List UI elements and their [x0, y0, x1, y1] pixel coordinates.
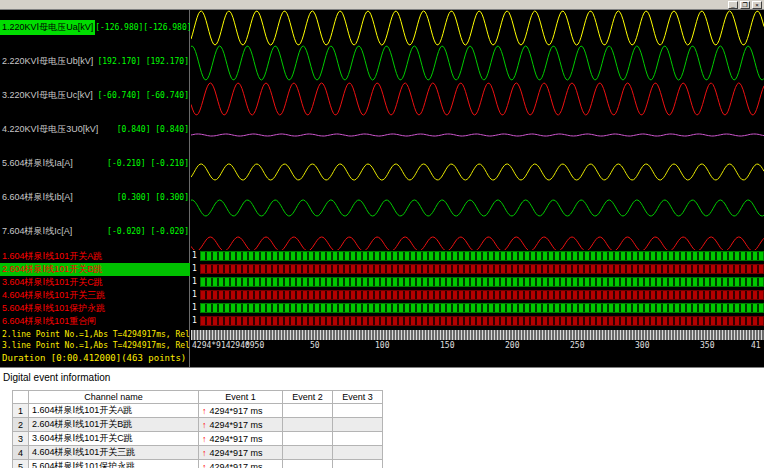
event3-cell [333, 404, 383, 418]
analog-channel-label: 3.220KVⅠ母电压Uc[kV] [0, 88, 95, 103]
time-axis-tick-label: 100 [375, 341, 389, 350]
event-channel-name: 4.604栟泉Ⅰ线101开关三跳 [29, 446, 199, 460]
rising-edge-arrow-icon: ↑ [202, 434, 207, 444]
event1-cell: ↑4294*917 ms [199, 418, 283, 432]
analog-channel-row[interactable]: 1.220KVⅠ母电压Ua[kV][-126.980][-126.980] [0, 10, 190, 44]
time-axis-tick-label: 200 [505, 341, 519, 350]
digital-state-marker: 1 [192, 303, 197, 312]
digital-state-bar [200, 290, 764, 300]
digital-channel-label[interactable]: 3.604栟泉Ⅰ线101开关C跳 [0, 276, 190, 289]
analog-channel-row[interactable]: 7.604栟泉Ⅰ线Ic[A][-0.020] [-0.020] [0, 214, 190, 248]
rising-edge-arrow-icon: ↑ [202, 406, 207, 416]
event-row-number: 5 [13, 460, 29, 468]
waveform-trace-2 [191, 46, 764, 80]
analog-channel-label: 6.604栟泉Ⅰ线Ib[A] [0, 190, 75, 205]
event3-header: Event 3 [333, 391, 383, 404]
digital-channel-label[interactable]: 6.604栟泉Ⅰ线101重合闸 [0, 315, 190, 328]
digital-state-bar [200, 264, 764, 274]
analog-channel-label: 4.220KVⅠ母电压3U0[kV] [0, 122, 100, 137]
analog-channel-row[interactable]: 2.220KVⅠ母电压Ub[kV][192.170] [192.170] [0, 44, 190, 78]
rising-edge-arrow-icon: ↑ [202, 420, 207, 430]
rising-edge-arrow-icon: ↑ [202, 462, 207, 468]
minimize-button[interactable]: _ [728, 1, 738, 9]
event-table-row[interactable]: 55.604栟泉Ⅰ线101保护永跳↑4294*917 ms [13, 460, 383, 468]
event1-cell: ↑4294*917 ms [199, 446, 283, 460]
digital-channel-label[interactable]: 4.604栟泉Ⅰ线101开关三跳 [0, 289, 190, 302]
event-table-row[interactable]: 22.604栟泉Ⅰ线101开关B跳↑4294*917 ms [13, 418, 383, 432]
digital-state-row: 1 [191, 250, 764, 262]
digital-channel-label[interactable]: 1.604栟泉Ⅰ线101开关A跳 [0, 250, 190, 263]
waveform-workspace: 1.220KVⅠ母电压Ua[kV][-126.980][-126.980]2.2… [0, 10, 764, 367]
digital-event-table: Channel name Event 1 Event 2 Event 3 11.… [12, 390, 383, 468]
event2-cell [283, 446, 333, 460]
event3-cell [333, 460, 383, 468]
digital-state-row: 1 [191, 289, 764, 301]
event-row-number: 1 [13, 404, 29, 418]
event3-cell [333, 446, 383, 460]
event-row-number: 4 [13, 446, 29, 460]
rising-edge-arrow-icon: ↑ [202, 448, 207, 458]
digital-state-row: 1 [191, 276, 764, 288]
event2-cell [283, 404, 333, 418]
analog-channel-cursor-values: [192.170] [192.170] [97, 57, 190, 66]
event1-cell: ↑4294*917 ms [199, 432, 283, 446]
analog-channel-cursor-values: [-126.980][-126.980] [95, 23, 190, 32]
event-row-number: 2 [13, 418, 29, 432]
time-axis-tick-label: 350 [700, 341, 714, 350]
analog-channel-label: 1.220KVⅠ母电压Ua[kV] [0, 20, 95, 35]
waveform-trace-7 [191, 237, 764, 250]
waveform-trace-6 [191, 200, 764, 216]
digital-channel-label[interactable]: 2.604栟泉Ⅰ线101开关B跳 [0, 263, 190, 276]
digital-state-bar [200, 316, 764, 326]
analog-channel-cursor-values: [0.300] [0.300] [117, 193, 190, 202]
event-table-header: Channel name Event 1 Event 2 Event 3 [13, 391, 383, 404]
waveform-trace-4 [191, 134, 764, 136]
event2-cell [283, 432, 333, 446]
waveform-trace-5 [191, 164, 764, 180]
restore-button[interactable]: ❐ [740, 1, 750, 9]
waveform-plot-area[interactable]: 111111 4294*914294*950050100150200250300… [191, 10, 764, 367]
digital-state-marker: 1 [192, 251, 197, 260]
analog-channel-row[interactable]: 6.604栟泉Ⅰ线Ib[A][0.300] [0.300] [0, 180, 190, 214]
time-axis-tick-label: 0 [245, 341, 250, 350]
analog-channel-row[interactable]: 3.220KVⅠ母电压Uc[kV][-60.740] [-60.740] [0, 78, 190, 112]
time-axis-tick-label: 41 [751, 341, 761, 350]
titlebar: _ ❐ × [0, 0, 764, 10]
event1-time: 4294*917 ms [210, 420, 263, 430]
corner-header [13, 391, 29, 404]
time-axis-labels: 4294*914294*95005010015020025030035041 [191, 341, 764, 352]
analog-waveforms [191, 10, 764, 250]
analog-channel-row[interactable]: 4.220KVⅠ母电压3U0[kV][0.840] [0.840] [0, 112, 190, 146]
digital-state-marker: 1 [192, 290, 197, 299]
digital-state-row: 1 [191, 263, 764, 275]
event1-time: 4294*917 ms [210, 406, 263, 416]
time-axis-tick-label: 150 [440, 341, 454, 350]
time-axis-tick-label: 250 [570, 341, 584, 350]
close-button[interactable]: × [752, 1, 762, 9]
event1-time: 4294*917 ms [210, 434, 263, 444]
waveform-trace-3 [191, 83, 764, 115]
analog-channel-label: 7.604栟泉Ⅰ线Ic[A] [0, 224, 74, 239]
time-axis-ticks [191, 330, 764, 340]
digital-state-marker: 1 [192, 316, 197, 325]
analog-channel-label: 2.220KVⅠ母电压Ub[kV] [0, 54, 95, 69]
digital-channel-label[interactable]: 5.604栟泉Ⅰ线101保护永跳 [0, 302, 190, 315]
analog-channel-cursor-values: [-60.740] [-60.740] [97, 91, 190, 100]
analog-channel-cursor-values: [0.840] [0.840] [117, 125, 190, 134]
event1-time: 4294*917 ms [210, 448, 263, 458]
event-table-row[interactable]: 11.604栟泉Ⅰ线101开关A跳↑4294*917 ms [13, 404, 383, 418]
time-axis-cursor-label: 4294*914294*950 [192, 341, 264, 350]
analog-channel-row[interactable]: 5.604栟泉Ⅰ线Ia[A][-0.210] [-0.210] [0, 146, 190, 180]
event-table-row[interactable]: 44.604栟泉Ⅰ线101开关三跳↑4294*917 ms [13, 446, 383, 460]
event2-cell [283, 460, 333, 468]
digital-state-bar [200, 277, 764, 287]
digital-state-marker: 1 [192, 264, 197, 273]
event3-cell [333, 418, 383, 432]
analog-channel-cursor-values: [-0.020] [-0.020] [107, 227, 190, 236]
event-channel-name: 1.604栟泉Ⅰ线101开关A跳 [29, 404, 199, 418]
digital-state-bar [200, 303, 764, 313]
digital-state-bar [200, 251, 764, 261]
digital-event-title: Digital event information [3, 372, 110, 383]
time-axis-tick-label: 50 [310, 341, 320, 350]
event-table-row[interactable]: 33.604栟泉Ⅰ线101开关C跳↑4294*917 ms [13, 432, 383, 446]
